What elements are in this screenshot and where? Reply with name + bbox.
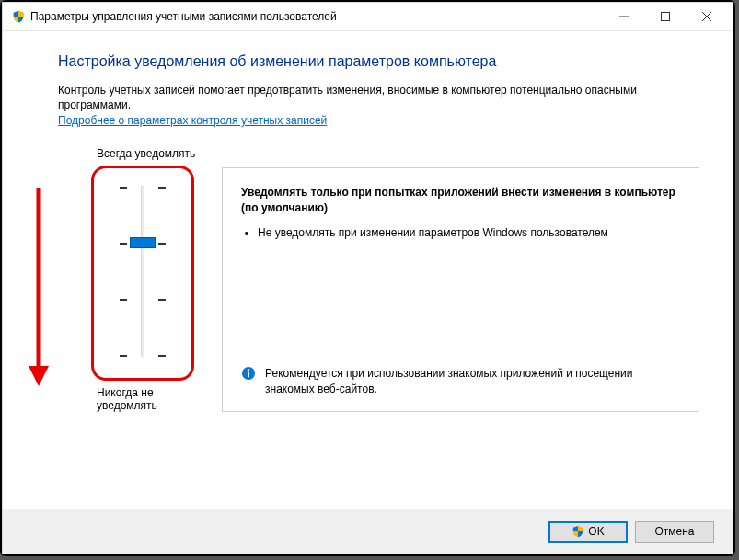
description-bullet: Не уведомлять при изменении параметров W… (258, 225, 680, 241)
svg-marker-2 (29, 366, 49, 386)
learn-more-link[interactable]: Подробнее о параметрах контроля учетных … (58, 114, 327, 127)
description-title: Уведомлять только при попытках приложени… (241, 185, 680, 216)
titlebar[interactable]: Параметры управления учетными записями п… (3, 3, 733, 31)
ok-button-label: OK (588, 525, 604, 538)
slider-label-bottom: Никогда не уведомлять (97, 386, 205, 412)
minimize-button[interactable] (603, 4, 644, 30)
slider-thumb[interactable] (130, 237, 156, 248)
maximize-button[interactable] (644, 4, 686, 30)
shield-icon (572, 525, 584, 538)
slider-label-top: Всегда уведомлять (97, 147, 205, 160)
page-heading: Настройка уведомления об изменении парам… (58, 53, 699, 70)
window-title: Параметры управления учетными записями п… (30, 10, 603, 23)
shield-icon (12, 10, 25, 23)
dialog-footer: OK Отмена (3, 509, 733, 554)
annotation-arrow-icon (27, 184, 51, 388)
ok-button[interactable]: OK (548, 521, 628, 543)
info-icon (241, 366, 256, 381)
cancel-button-label: Отмена (654, 525, 694, 538)
intro-text: Контроль учетных записей помогает предот… (58, 83, 699, 112)
slider-track (141, 185, 144, 358)
cancel-button[interactable]: Отмена (635, 521, 714, 543)
svg-point-4 (248, 369, 249, 371)
svg-rect-5 (248, 371, 249, 377)
recommendation-text: Рекомендуется при использовании знакомых… (265, 366, 680, 397)
content-area: Настройка уведомления об изменении парам… (3, 31, 733, 509)
notification-slider[interactable] (91, 166, 194, 381)
uac-settings-window: Параметры управления учетными записями п… (2, 2, 733, 554)
svg-rect-0 (661, 13, 669, 21)
description-panel: Уведомлять только при попытках приложени… (222, 167, 699, 412)
close-button[interactable] (686, 4, 727, 30)
